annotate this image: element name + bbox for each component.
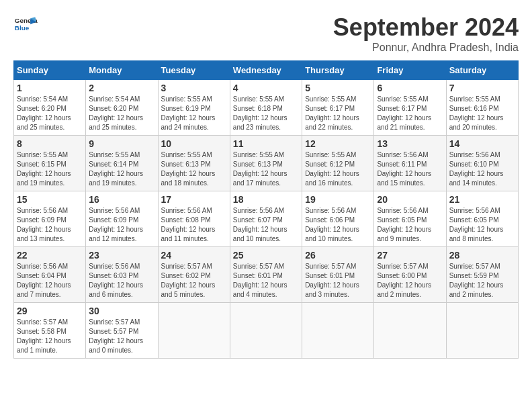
day-number: 11 <box>233 138 299 149</box>
day-detail: Sunrise: 5:57 AM Sunset: 6:02 PM Dayligh… <box>161 262 227 300</box>
day-number: 15 <box>17 194 83 205</box>
day-detail: Sunrise: 5:55 AM Sunset: 6:17 PM Dayligh… <box>377 95 443 132</box>
day-detail: Sunrise: 5:55 AM Sunset: 6:16 PM Dayligh… <box>449 95 515 132</box>
table-cell: 7Sunrise: 5:55 AM Sunset: 6:16 PM Daylig… <box>446 80 518 136</box>
table-cell <box>158 303 230 359</box>
day-number: 1 <box>17 83 83 93</box>
table-cell: 22Sunrise: 5:56 AM Sunset: 6:04 PM Dayli… <box>14 247 86 303</box>
title-section: September 2024 Ponnur, Andhra Pradesh, I… <box>333 13 519 54</box>
table-cell <box>374 303 446 359</box>
day-detail: Sunrise: 5:55 AM Sunset: 6:12 PM Dayligh… <box>305 150 371 188</box>
day-detail: Sunrise: 5:57 AM Sunset: 6:01 PM Dayligh… <box>233 262 299 300</box>
day-detail: Sunrise: 5:54 AM Sunset: 6:20 PM Dayligh… <box>89 95 154 132</box>
month-title: September 2024 <box>333 13 519 42</box>
table-cell: 29Sunrise: 5:57 AM Sunset: 5:58 PM Dayli… <box>14 303 86 359</box>
day-number: 26 <box>305 250 371 261</box>
day-detail: Sunrise: 5:57 AM Sunset: 5:58 PM Dayligh… <box>17 318 83 355</box>
col-friday: Friday <box>374 61 446 80</box>
day-number: 27 <box>377 250 443 261</box>
table-cell: 23Sunrise: 5:56 AM Sunset: 6:03 PM Dayli… <box>86 247 158 303</box>
logo-icon: General Blue <box>13 13 38 38</box>
day-detail: Sunrise: 5:55 AM Sunset: 6:15 PM Dayligh… <box>17 150 83 188</box>
calendar-week-row: 1Sunrise: 5:54 AM Sunset: 6:20 PM Daylig… <box>14 80 519 136</box>
day-detail: Sunrise: 5:56 AM Sunset: 6:08 PM Dayligh… <box>161 206 227 244</box>
day-detail: Sunrise: 5:56 AM Sunset: 6:04 PM Dayligh… <box>17 262 83 300</box>
table-cell: 18Sunrise: 5:56 AM Sunset: 6:07 PM Dayli… <box>230 191 302 247</box>
logo: General Blue <box>13 13 38 38</box>
location-title: Ponnur, Andhra Pradesh, India <box>333 42 519 54</box>
day-number: 14 <box>449 138 515 149</box>
day-number: 24 <box>161 250 227 261</box>
day-number: 25 <box>233 250 299 261</box>
table-cell: 10Sunrise: 5:55 AM Sunset: 6:13 PM Dayli… <box>158 136 230 191</box>
day-detail: Sunrise: 5:57 AM Sunset: 6:01 PM Dayligh… <box>305 262 371 300</box>
day-number: 18 <box>233 194 299 205</box>
table-cell: 5Sunrise: 5:55 AM Sunset: 6:17 PM Daylig… <box>302 80 374 136</box>
calendar-header-row: Sunday Monday Tuesday Wednesday Thursday… <box>14 61 519 80</box>
day-number: 8 <box>17 138 83 149</box>
col-thursday: Thursday <box>302 61 374 80</box>
day-detail: Sunrise: 5:56 AM Sunset: 6:05 PM Dayligh… <box>449 206 515 244</box>
table-cell: 21Sunrise: 5:56 AM Sunset: 6:05 PM Dayli… <box>446 191 518 247</box>
table-cell <box>302 303 374 359</box>
table-cell: 20Sunrise: 5:56 AM Sunset: 6:05 PM Dayli… <box>374 191 446 247</box>
day-number: 10 <box>161 138 227 149</box>
table-cell <box>446 303 518 359</box>
table-cell: 27Sunrise: 5:57 AM Sunset: 6:00 PM Dayli… <box>374 247 446 303</box>
table-cell: 4Sunrise: 5:55 AM Sunset: 6:18 PM Daylig… <box>230 80 302 136</box>
table-cell: 28Sunrise: 5:57 AM Sunset: 5:59 PM Dayli… <box>446 247 518 303</box>
day-number: 30 <box>89 306 154 316</box>
day-detail: Sunrise: 5:55 AM Sunset: 6:18 PM Dayligh… <box>233 95 299 132</box>
table-cell: 6Sunrise: 5:55 AM Sunset: 6:17 PM Daylig… <box>374 80 446 136</box>
table-cell: 17Sunrise: 5:56 AM Sunset: 6:08 PM Dayli… <box>158 191 230 247</box>
day-detail: Sunrise: 5:55 AM Sunset: 6:13 PM Dayligh… <box>161 150 227 188</box>
day-number: 13 <box>377 138 443 149</box>
svg-text:Blue: Blue <box>15 24 30 32</box>
table-cell: 19Sunrise: 5:56 AM Sunset: 6:06 PM Dayli… <box>302 191 374 247</box>
day-number: 23 <box>89 250 154 261</box>
day-number: 22 <box>17 250 83 261</box>
table-cell <box>230 303 302 359</box>
col-monday: Monday <box>86 61 158 80</box>
table-cell: 24Sunrise: 5:57 AM Sunset: 6:02 PM Dayli… <box>158 247 230 303</box>
col-saturday: Saturday <box>446 61 518 80</box>
day-number: 4 <box>233 83 299 93</box>
day-detail: Sunrise: 5:55 AM Sunset: 6:13 PM Dayligh… <box>233 150 299 188</box>
col-wednesday: Wednesday <box>230 61 302 80</box>
day-detail: Sunrise: 5:56 AM Sunset: 6:11 PM Dayligh… <box>377 150 443 188</box>
day-detail: Sunrise: 5:57 AM Sunset: 5:57 PM Dayligh… <box>89 318 154 355</box>
day-number: 2 <box>89 83 154 93</box>
day-detail: Sunrise: 5:54 AM Sunset: 6:20 PM Dayligh… <box>17 95 83 132</box>
table-cell: 25Sunrise: 5:57 AM Sunset: 6:01 PM Dayli… <box>230 247 302 303</box>
col-tuesday: Tuesday <box>158 61 230 80</box>
day-number: 21 <box>449 194 515 205</box>
table-cell: 1Sunrise: 5:54 AM Sunset: 6:20 PM Daylig… <box>14 80 86 136</box>
table-cell: 9Sunrise: 5:55 AM Sunset: 6:14 PM Daylig… <box>86 136 158 191</box>
day-number: 3 <box>161 83 227 93</box>
day-number: 9 <box>89 138 154 149</box>
day-detail: Sunrise: 5:55 AM Sunset: 6:19 PM Dayligh… <box>161 95 227 132</box>
calendar-week-row: 8Sunrise: 5:55 AM Sunset: 6:15 PM Daylig… <box>14 136 519 191</box>
table-cell: 2Sunrise: 5:54 AM Sunset: 6:20 PM Daylig… <box>86 80 158 136</box>
day-detail: Sunrise: 5:55 AM Sunset: 6:14 PM Dayligh… <box>89 150 154 188</box>
day-number: 6 <box>377 83 443 93</box>
table-cell: 14Sunrise: 5:56 AM Sunset: 6:10 PM Dayli… <box>446 136 518 191</box>
calendar-week-row: 15Sunrise: 5:56 AM Sunset: 6:09 PM Dayli… <box>14 191 519 247</box>
day-number: 19 <box>305 194 371 205</box>
table-cell: 11Sunrise: 5:55 AM Sunset: 6:13 PM Dayli… <box>230 136 302 191</box>
day-detail: Sunrise: 5:56 AM Sunset: 6:03 PM Dayligh… <box>89 262 154 300</box>
table-cell: 3Sunrise: 5:55 AM Sunset: 6:19 PM Daylig… <box>158 80 230 136</box>
table-cell: 16Sunrise: 5:56 AM Sunset: 6:09 PM Dayli… <box>86 191 158 247</box>
day-detail: Sunrise: 5:56 AM Sunset: 6:10 PM Dayligh… <box>449 150 515 188</box>
day-number: 5 <box>305 83 371 93</box>
day-number: 12 <box>305 138 371 149</box>
table-cell: 30Sunrise: 5:57 AM Sunset: 5:57 PM Dayli… <box>86 303 158 359</box>
day-number: 7 <box>449 83 515 93</box>
day-number: 29 <box>17 306 83 316</box>
day-detail: Sunrise: 5:57 AM Sunset: 6:00 PM Dayligh… <box>377 262 443 300</box>
day-detail: Sunrise: 5:56 AM Sunset: 6:06 PM Dayligh… <box>305 206 371 244</box>
day-number: 20 <box>377 194 443 205</box>
col-sunday: Sunday <box>14 61 86 80</box>
calendar-table: Sunday Monday Tuesday Wednesday Thursday… <box>13 60 519 359</box>
day-number: 17 <box>161 194 227 205</box>
